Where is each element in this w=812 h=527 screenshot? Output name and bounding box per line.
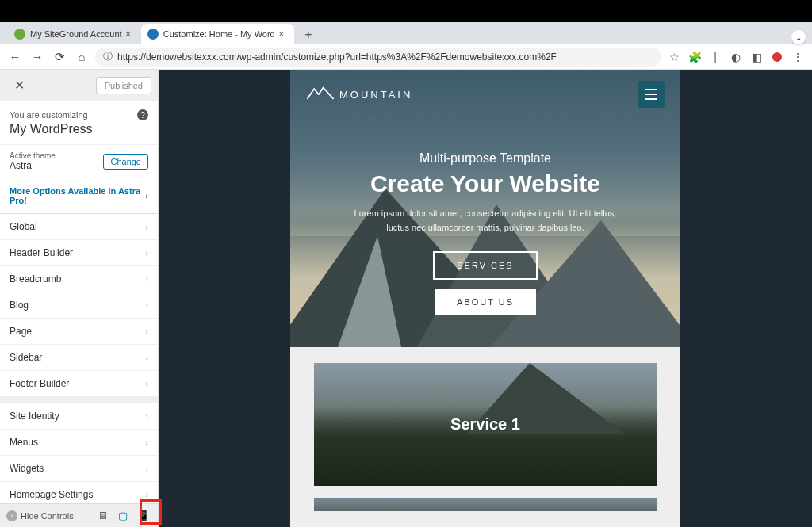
panel-sidebar[interactable]: Sidebar› (0, 345, 158, 371)
panel-spacer (0, 397, 158, 403)
more-options-label: More Options Available in Astra Pro! (10, 186, 145, 205)
extensions-icon[interactable]: 🧩 (687, 49, 703, 65)
hero-cta-group: SERVICES ABOUT US (433, 251, 537, 315)
service-card-2[interactable] (314, 498, 657, 511)
main-content: ✕ Published You are customizing ? My Wor… (0, 70, 812, 527)
customizing-label: You are customizing (10, 110, 88, 120)
chevron-right-icon: › (145, 248, 148, 258)
panel-widgets[interactable]: Widgets› (0, 456, 158, 482)
preview-area: MOUNTAIN Multi-purpose Template Create Y… (159, 70, 812, 527)
chevron-right-icon: › (145, 327, 148, 336)
close-customizer-button[interactable]: ✕ (6, 73, 32, 98)
ext1-icon[interactable]: ◐ (728, 49, 744, 65)
close-icon[interactable]: × (122, 28, 135, 40)
reload-button[interactable]: ⟳ (51, 48, 68, 66)
sidebar-header: ✕ Published (0, 70, 158, 101)
hide-controls-label: Hide Controls (21, 511, 74, 521)
tab-siteground[interactable]: My SiteGround Account × (8, 24, 141, 44)
logo-text: MOUNTAIN (339, 89, 412, 101)
chevron-right-icon: › (145, 222, 148, 231)
url-bar: ← → ⟳ ⌂ ⓘ https://demowebsitexxx.com/wp-… (0, 44, 812, 70)
hide-controls-button[interactable]: ‹ Hide Controls (6, 510, 90, 521)
services-section: Service 1 (290, 347, 680, 527)
customizer-panels: Global› Header Builder› Breadcrumb› Blog… (0, 214, 158, 503)
favicon-icon (147, 29, 159, 40)
divider: | (707, 49, 723, 65)
chevron-right-icon: › (145, 300, 148, 310)
hero-description: Lorem ipsum dolor sit amet, consectetur … (350, 207, 620, 235)
chevron-right-icon: › (145, 437, 148, 447)
service-title: Service 1 (450, 415, 520, 433)
tab-customize[interactable]: Customize: Home - My Word × (141, 24, 294, 44)
browser-tab-strip: My SiteGround Account × Customize: Home … (0, 22, 812, 44)
about-us-button[interactable]: ABOUT US (435, 289, 536, 315)
tablet-preview[interactable]: MOUNTAIN Multi-purpose Template Create Y… (290, 70, 680, 527)
active-theme-row: Active theme Astra Change (0, 144, 158, 178)
window-top-bar (0, 0, 812, 22)
url-input[interactable]: ⓘ https://demowebsitexxx.com/wp-admin/cu… (95, 48, 661, 67)
panel-breadcrumb[interactable]: Breadcrumb› (0, 266, 158, 292)
mountain-logo-icon (306, 85, 335, 104)
tab-title: Customize: Home - My Word (163, 29, 275, 39)
tab-title: My SiteGround Account (30, 29, 122, 39)
chevron-right-icon: › (145, 490, 148, 499)
menu-icon[interactable]: ⋮ (790, 49, 806, 65)
ext2-icon[interactable]: ◧ (749, 49, 764, 65)
favicon-icon (14, 29, 25, 40)
hero-section: MOUNTAIN Multi-purpose Template Create Y… (290, 70, 680, 347)
sidebar-footer: ‹ Hide Controls 🖥 ▢ 📱 (0, 503, 158, 527)
chevron-right-icon: › (145, 464, 148, 473)
profile-icon[interactable] (769, 49, 785, 65)
chevron-right-icon: › (145, 379, 148, 388)
theme-name: Astra (10, 160, 56, 171)
home-button[interactable]: ⌂ (73, 48, 90, 66)
hero-title: Create Your Website (370, 170, 600, 197)
service-card-1[interactable]: Service 1 (314, 363, 657, 486)
bookmark-icon[interactable]: ☆ (666, 49, 682, 65)
back-button[interactable]: ← (6, 48, 24, 66)
tab-dropdown-button[interactable]: ⌄ (791, 30, 806, 44)
panel-header-builder[interactable]: Header Builder› (0, 240, 158, 266)
device-desktop-button[interactable]: 🖥 (94, 508, 110, 524)
site-logo[interactable]: MOUNTAIN (306, 85, 412, 104)
publish-button[interactable]: Published (96, 77, 151, 94)
device-mobile-button[interactable]: 📱 (136, 508, 151, 524)
panel-footer-builder[interactable]: Footer Builder› (0, 371, 158, 397)
change-theme-button[interactable]: Change (103, 154, 148, 170)
services-button[interactable]: SERVICES (433, 251, 537, 280)
menu-toggle-button[interactable] (638, 81, 665, 108)
chevron-right-icon: › (145, 191, 148, 200)
help-icon[interactable]: ? (137, 109, 148, 120)
chevron-right-icon: › (145, 353, 148, 362)
device-tablet-button[interactable]: ▢ (115, 508, 131, 524)
hero-content: Multi-purpose Template Create Your Websi… (290, 119, 680, 347)
active-theme-label: Active theme (10, 151, 56, 160)
close-icon[interactable]: × (275, 28, 288, 40)
more-options-link[interactable]: More Options Available in Astra Pro! › (0, 178, 158, 214)
new-tab-button[interactable]: + (299, 25, 318, 44)
panel-page[interactable]: Page› (0, 319, 158, 345)
customizer-sidebar: ✕ Published You are customizing ? My Wor… (0, 70, 159, 527)
chevron-left-icon: ‹ (6, 510, 17, 521)
panel-site-identity[interactable]: Site Identity› (0, 403, 158, 430)
customize-info: You are customizing ? My WordPress (0, 101, 158, 144)
forward-button[interactable]: → (29, 48, 46, 66)
site-info-icon[interactable]: ⓘ (103, 50, 113, 63)
site-title: My WordPress (10, 122, 148, 136)
panel-blog[interactable]: Blog› (0, 292, 158, 319)
chevron-right-icon: › (145, 411, 148, 421)
site-header: MOUNTAIN (290, 70, 680, 119)
url-text: https://demowebsitexxx.com/wp-admin/cust… (117, 52, 557, 63)
panel-menus[interactable]: Menus› (0, 430, 158, 456)
hero-subtitle: Multi-purpose Template (419, 151, 551, 166)
panel-global[interactable]: Global› (0, 214, 158, 240)
panel-homepage-settings[interactable]: Homepage Settings› (0, 482, 158, 503)
chevron-right-icon: › (145, 274, 148, 284)
